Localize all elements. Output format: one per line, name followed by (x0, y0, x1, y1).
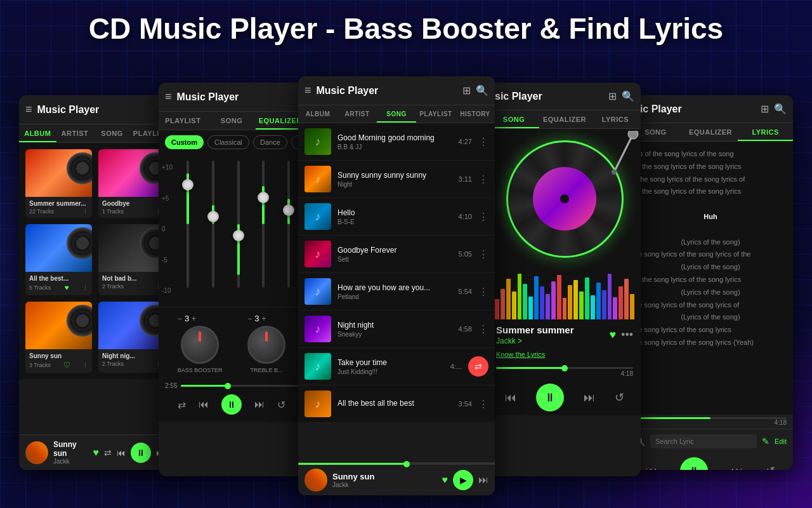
progress-bar-3[interactable] (298, 463, 495, 465)
shuffle-active-button[interactable]: ⇄ (468, 356, 488, 377)
prev-btn-4[interactable]: ⏮ (505, 391, 516, 404)
heart-icon-4[interactable]: ♥ (609, 328, 616, 342)
song-item-5[interactable]: ♪ Night nightSneakyy 4:58 ⋮ (298, 311, 495, 348)
shuffle-button[interactable]: ⇄ (104, 448, 112, 458)
heart-icon[interactable]: ♥ (64, 283, 69, 292)
eq-progress-bar[interactable] (181, 385, 298, 387)
repeat-btn-4[interactable]: ↺ (615, 391, 624, 404)
viz-bar-12 (563, 298, 567, 319)
tab-artist[interactable]: ARTIST (337, 105, 377, 123)
mini-play-3[interactable]: ▶ (453, 470, 473, 490)
screen2-header: ≡ Music Player (159, 83, 304, 112)
more-icon[interactable]: ⋮ (82, 362, 88, 368)
treble-minus[interactable]: − (247, 314, 252, 323)
mini-heart-3[interactable]: ♥ (442, 474, 449, 486)
song-item-0[interactable]: ♪ Good Morning good morningB.B & JJ 4:27… (298, 123, 495, 161)
more-icon-4[interactable]: ••• (621, 328, 633, 342)
song-more-3[interactable]: ⋮ (478, 248, 488, 260)
album-item[interactable]: Summer summer... 22 Tracks ⋮ (25, 149, 92, 218)
pause-button[interactable]: ⏸ (221, 394, 242, 415)
tab-artist[interactable]: ARTIST (56, 124, 94, 142)
song-item-3[interactable]: ♪ Goodbye ForeverSett 5:05 ⋮ (298, 236, 495, 273)
filter-icon-4[interactable]: ⊞ (608, 90, 617, 102)
more-icon[interactable]: ⋮ (82, 208, 88, 215)
filter-icon-5[interactable]: ⊞ (761, 103, 769, 115)
more-icon[interactable]: ⋮ (82, 284, 88, 291)
bass-plus[interactable]: + (192, 314, 196, 323)
tab-playlist[interactable]: PLAYLIST (416, 105, 455, 123)
heart-icon[interactable]: ♡ (63, 361, 70, 370)
bass-knob[interactable] (181, 326, 219, 364)
treble-knob[interactable] (247, 326, 285, 364)
song-more-5[interactable]: ⋮ (478, 323, 488, 335)
tab-playlist[interactable]: PLAYLIST (159, 112, 207, 130)
vinyl-overlay (67, 152, 92, 184)
shuffle-icon[interactable]: ⇄ (178, 399, 186, 411)
repeat-icon[interactable]: ↺ (277, 399, 285, 411)
eq-slider-2[interactable] (200, 161, 226, 304)
search-icon[interactable]: 🔍 (476, 84, 488, 97)
mini-heart-icon[interactable]: ♥ (93, 447, 100, 458)
tab-song-4[interactable]: SONG (488, 110, 539, 128)
tab-history[interactable]: HISTORY (455, 105, 495, 123)
song-item-4[interactable]: ♪ How are you how are you...Petland 5:54… (298, 273, 495, 311)
tab-song[interactable]: SONG (207, 112, 256, 130)
search-lyric-input[interactable] (650, 434, 757, 448)
next-icon[interactable]: ⏭ (254, 399, 265, 410)
song-item-2[interactable]: ♪ HelloB-S-E 4:10 ⋮ (298, 198, 495, 236)
tab-album[interactable]: ALBUM (298, 105, 337, 123)
album-item[interactable]: Not bad b... 2 Tracks ⋮ (98, 224, 165, 295)
menu-icon[interactable]: ≡ (25, 103, 32, 116)
eq-slider-1[interactable] (175, 161, 200, 304)
tab-song[interactable]: SONG (93, 124, 131, 142)
tab-equalizer[interactable]: EQUALIZER (256, 112, 304, 130)
tab-song[interactable]: SONG (377, 105, 416, 123)
prev-icon[interactable]: ⏮ (199, 399, 209, 410)
viz-bar-3 (512, 291, 516, 319)
song-more-1[interactable]: ⋮ (478, 173, 488, 185)
repeat-btn-5[interactable]: ↺ (766, 464, 775, 470)
song-item-1[interactable]: ♪ Sunny sunny sunny sunnyNight 3:11 ⋮ (298, 161, 495, 198)
album-thumb-sunny (25, 302, 92, 349)
preset-classical[interactable]: Classical (207, 135, 249, 149)
next-btn-4[interactable]: ⏭ (584, 391, 595, 404)
album-item[interactable]: All the best... 5 Tracks ♥ ⋮ (25, 224, 92, 295)
edit-button[interactable]: Edit (775, 438, 787, 445)
song-more-4[interactable]: ⋮ (478, 286, 488, 298)
eq-slider-4[interactable] (251, 161, 276, 304)
prev-button[interactable]: ⏮ (117, 448, 126, 458)
song-more-7[interactable]: ⋮ (478, 398, 488, 410)
bass-minus[interactable]: − (178, 314, 182, 323)
mini-avatar (25, 441, 48, 464)
mini-next-3[interactable]: ⏭ (478, 474, 488, 486)
progress-bar-4[interactable] (496, 367, 633, 369)
tab-lyrics-4[interactable]: LYRICS (590, 110, 641, 128)
search-icon-5[interactable]: 🔍 (774, 103, 787, 115)
tab-album[interactable]: ALBUM (19, 124, 56, 142)
pause-btn-5[interactable]: ⏸ (680, 457, 708, 470)
search-icon-4[interactable]: 🔍 (622, 90, 634, 102)
song-item-6[interactable]: ♪ Take your timeJust Kidding!!! 4:... ⇄ (298, 348, 495, 385)
tab-lyrics-5[interactable]: LYRICS (738, 123, 793, 141)
pause-button[interactable]: ⏸ (131, 443, 151, 463)
preset-dance[interactable]: Dance (253, 135, 287, 149)
know-lyrics-link[interactable]: Know the Lyrics (496, 351, 545, 358)
filter-icon[interactable]: ⊞ (462, 84, 471, 97)
song-item-7[interactable]: ♪ All the best all the best 3:54 ⋮ (298, 385, 495, 423)
album-item[interactable]: Sunny sun 3 Tracks ♡ ⋮ (25, 302, 92, 373)
album-item[interactable]: Night nig... 2 Tracks ⋮ (98, 302, 165, 373)
menu-icon[interactable]: ≡ (304, 84, 311, 97)
prev-btn-5[interactable]: ⏮ (646, 465, 657, 471)
album-item[interactable]: Goodbye 1 Tracks ⋮ (98, 149, 165, 218)
song-more-0[interactable]: ⋮ (478, 136, 488, 148)
progress-bar-5[interactable] (634, 417, 787, 419)
treble-plus[interactable]: + (261, 314, 266, 323)
song-more-2[interactable]: ⋮ (478, 211, 488, 223)
tab-equalizer-4[interactable]: EQUALIZER (539, 110, 590, 128)
menu-icon[interactable]: ≡ (165, 90, 172, 104)
tab-equalizer-5[interactable]: EQUALIZER (683, 123, 738, 141)
preset-custom[interactable]: Custom (165, 135, 204, 149)
eq-slider-3[interactable] (226, 161, 251, 304)
next-btn-5[interactable]: ⏭ (731, 465, 743, 471)
pause-btn-4[interactable]: ⏸ (536, 384, 564, 411)
